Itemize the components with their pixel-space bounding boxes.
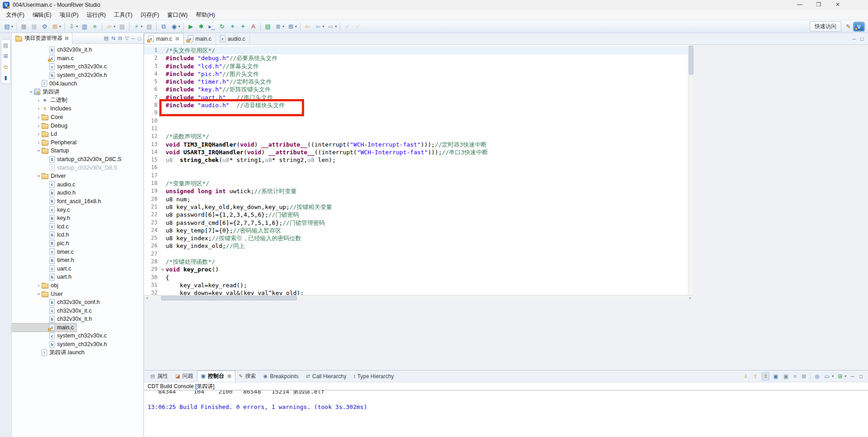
tree-item[interactable]: csystem_ch32v30x.c xyxy=(12,332,143,340)
run-config-icon[interactable]: ▶ xyxy=(186,22,196,31)
show-on-error-icon[interactable]: ▣ xyxy=(782,373,789,380)
tree-item[interactable]: cmain.c xyxy=(12,323,76,332)
tab-call-hierarchy[interactable]: ⇄Call Hierarchy xyxy=(302,372,350,381)
tab-search[interactable]: ✎搜索 xyxy=(235,371,260,381)
line-number[interactable]: 3 xyxy=(144,62,159,70)
line-number[interactable]: 8 xyxy=(144,101,159,109)
line-number[interactable]: 26 xyxy=(144,242,159,250)
next-annotation-icon[interactable]: ✓ xyxy=(353,22,362,31)
console-maximize-icon[interactable]: □ xyxy=(858,373,863,380)
tree-item[interactable]: hsystem_ch32v30x.h xyxy=(12,71,143,80)
tree-item[interactable]: ckey.c xyxy=(12,205,143,214)
line-number[interactable]: 23 xyxy=(144,219,159,227)
maximize-button[interactable]: ❐ xyxy=(809,0,828,10)
menu-item[interactable]: 编辑(E) xyxy=(29,10,56,20)
new-wizard-icon[interactable]: ▤▾ xyxy=(2,22,14,31)
tree-item[interactable]: huart.h xyxy=(12,273,143,281)
editor-tab[interactable]: cmain.c xyxy=(184,33,216,44)
line-number[interactable]: 6 xyxy=(144,86,159,93)
save-all-icon[interactable]: ▦ xyxy=(29,22,39,31)
flash-write-icon[interactable]: ⚡▾ xyxy=(132,22,143,31)
terminal-icon[interactable]: ▸_ xyxy=(207,22,216,31)
line-number[interactable]: 7 xyxy=(144,94,159,101)
console-doc-icon[interactable]: ▤ xyxy=(263,22,272,31)
expander-icon[interactable]: › xyxy=(36,123,42,129)
ast-check-icon[interactable]: A xyxy=(248,22,258,31)
process-icon[interactable]: ⧉ xyxy=(159,22,168,31)
code-area[interactable]: 1/*头文件引用区*/2#include "debug.h"//必要系统头文件3… xyxy=(144,45,693,295)
tree-item[interactable]: ›Driver xyxy=(12,172,143,180)
line-number[interactable]: 2 xyxy=(144,54,159,62)
expander-icon[interactable]: › xyxy=(36,131,42,137)
explorer-minimize-icon[interactable]: ─ xyxy=(132,36,135,41)
line-number[interactable]: 18 xyxy=(144,180,159,187)
link-with-editor-icon[interactable]: ⇆ xyxy=(111,35,115,41)
preferences-window-icon[interactable]: ⚙ xyxy=(40,22,49,31)
editor-minimize-icon[interactable]: ─ xyxy=(853,36,856,42)
line-number[interactable]: 11 xyxy=(144,125,159,133)
tree-item[interactable]: hch32v30x_it.h xyxy=(12,46,143,54)
line-number[interactable]: 22 xyxy=(144,211,159,218)
display-console-icon[interactable]: ▭ xyxy=(824,373,830,380)
line-number[interactable]: 5 xyxy=(144,78,159,86)
tab-type-hierarchy[interactable]: tType Hierarchy xyxy=(350,372,397,381)
line-number[interactable]: 29 xyxy=(144,266,159,273)
save-icon[interactable]: ▦ xyxy=(19,22,29,31)
dropdown-arrow-icon[interactable]: ▾ xyxy=(178,24,180,28)
tab-problems[interactable]: ◪问题 xyxy=(172,371,196,381)
close-button[interactable]: ✕ xyxy=(828,0,847,10)
tree-item[interactable]: ›Debug xyxy=(12,121,143,130)
scroll-lock-icon[interactable]: ⇕ xyxy=(762,372,769,380)
menu-item[interactable]: 闪存(F) xyxy=(137,10,163,20)
tab-close-icon[interactable]: ⊠ xyxy=(175,36,179,41)
tree-item[interactable]: ›obj xyxy=(12,281,143,290)
back-icon[interactable]: ⇦▾ xyxy=(313,22,325,31)
tree-item[interactable]: cuart.c xyxy=(12,264,143,273)
expander-icon[interactable]: › xyxy=(28,89,34,95)
line-number[interactable]: 19 xyxy=(144,187,159,195)
tree-item[interactable]: clcd.c xyxy=(12,222,143,231)
tree-item[interactable]: hfont_ascii_16x8.h xyxy=(12,197,143,206)
chip-update-icon[interactable]: ▨ xyxy=(117,22,127,31)
line-number[interactable]: 4 xyxy=(144,70,159,78)
menu-item[interactable]: 工具(T) xyxy=(110,10,137,20)
line-number[interactable]: 21 xyxy=(144,203,159,211)
scroll-left-icon[interactable]: ◂ xyxy=(144,295,150,300)
tab-close-icon[interactable]: ⊠ xyxy=(227,374,231,379)
menu-item[interactable]: 文件(F) xyxy=(2,10,29,20)
line-number[interactable]: 27 xyxy=(144,250,159,258)
dropdown-arrow-icon[interactable]: ▾ xyxy=(11,24,13,28)
dropdown-arrow-icon[interactable]: ▾ xyxy=(322,24,324,28)
outline-view-icon[interactable]: ≣▾ xyxy=(273,22,285,31)
expander-icon[interactable]: › xyxy=(36,148,42,154)
dropdown-arrow-icon[interactable]: ▾ xyxy=(282,24,284,28)
editor-maximize-icon[interactable]: □ xyxy=(860,36,863,42)
tree-item[interactable]: csystem_ch32v30x.c xyxy=(12,62,143,71)
menu-item[interactable]: 帮助(H) xyxy=(192,10,219,20)
line-number[interactable]: 1 xyxy=(144,47,159,54)
dropdown-arrow-icon[interactable]: ▾ xyxy=(335,24,337,28)
line-number[interactable]: 14 xyxy=(144,148,159,156)
tab-properties[interactable]: ▤属性 xyxy=(147,371,172,381)
tree-item[interactable]: ›Startup xyxy=(12,147,143,155)
open-console-icon[interactable]: ⊞ xyxy=(837,373,843,380)
restore-view-icon[interactable]: ▤ xyxy=(2,42,10,49)
collapse-all-icon[interactable]: ⊟ xyxy=(118,35,122,41)
menu-item[interactable]: 项目(P) xyxy=(56,10,83,20)
tab-breakpoints[interactable]: ◉Breakpoints xyxy=(260,372,302,381)
tree-item[interactable]: hkey.h xyxy=(12,214,143,223)
explorer-maximize-icon[interactable]: □ xyxy=(138,36,141,41)
layers-icon[interactable]: ≡ xyxy=(90,22,100,31)
scroll-up-icon[interactable]: ⇧ xyxy=(752,373,758,380)
h-scrollbar-thumb[interactable] xyxy=(161,296,297,300)
line-number[interactable]: 32 xyxy=(144,289,159,295)
tree-item[interactable]: ›✦二进制 xyxy=(12,96,143,105)
pin-console-icon[interactable]: ◎ xyxy=(814,373,820,380)
v-scrollbar-thumb[interactable] xyxy=(689,46,693,75)
editor-tab[interactable]: caudio.c xyxy=(216,33,250,44)
open-perspective-icon[interactable]: ✎ xyxy=(846,23,851,30)
tree-item[interactable]: caudio.c xyxy=(12,180,143,189)
tree-item[interactable]: ›≡Includes xyxy=(12,104,143,113)
tree-item[interactable]: hlcd.h xyxy=(12,231,143,239)
last-edit-icon[interactable]: ⇦ xyxy=(303,22,312,31)
